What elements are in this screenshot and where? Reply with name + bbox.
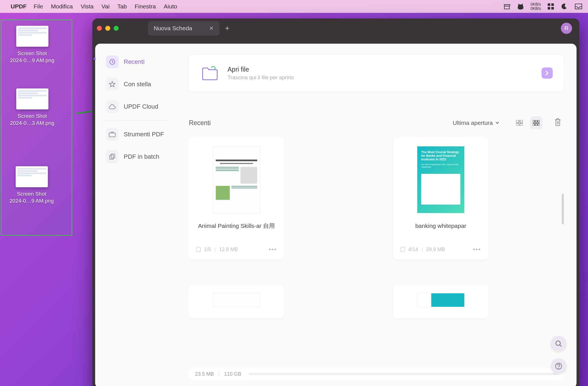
file-name-line1: Screen Shot: [17, 191, 46, 197]
storage-total: 110 GB: [224, 371, 241, 377]
desktop-file-3[interactable]: Screen Shot2024-0…9 AM.png: [1, 166, 62, 204]
grid-icon[interactable]: [548, 3, 554, 10]
tray-icon[interactable]: [575, 3, 582, 10]
svg-rect-10: [520, 120, 523, 122]
svg-rect-3: [551, 7, 554, 10]
maximize-button[interactable]: [114, 26, 119, 31]
file-card-2[interactable]: The Most Crucial Strategy for Banks and …: [393, 138, 488, 259]
divider: [219, 371, 219, 377]
menu-view[interactable]: Vista: [81, 3, 93, 10]
cloud-icon: [106, 100, 119, 113]
file-thumbnail: [16, 166, 48, 187]
sort-dropdown[interactable]: Ultima apertura: [453, 120, 499, 126]
user-avatar[interactable]: R: [561, 23, 572, 34]
grid-view-icon: [533, 120, 540, 126]
file-size: 12.8 MB: [219, 247, 238, 252]
open-file-card[interactable]: Apri file Trascina qui il file per aprir…: [189, 55, 564, 91]
file-more-button[interactable]: •••: [269, 246, 277, 253]
sidebar-item-recent[interactable]: Recenti: [102, 52, 169, 72]
menu-edit[interactable]: Modifica: [51, 3, 73, 10]
file-more-button[interactable]: •••: [473, 246, 481, 253]
menu-file[interactable]: File: [34, 3, 43, 10]
svg-rect-0: [548, 3, 550, 6]
folder-icon: [200, 63, 220, 83]
file-preview: The Most Crucial Strategy for Banks and …: [417, 146, 465, 213]
sidebar-label: Strumenti PDF: [124, 131, 164, 138]
star-icon: [106, 78, 119, 91]
sidebar-item-batch[interactable]: PDF in batch: [102, 147, 169, 167]
copy-icon: [106, 150, 119, 163]
storage-bar: 23.5 MB 110 GB: [189, 368, 564, 380]
svg-rect-11: [516, 123, 519, 126]
svg-rect-16: [533, 123, 535, 126]
sidebar-indicator-dot: [93, 58, 96, 60]
sidebar-divider: [102, 120, 169, 121]
new-tab-button[interactable]: +: [225, 24, 229, 33]
svg-rect-17: [535, 123, 537, 126]
browser-tab[interactable]: Nuova Scheda ✕: [148, 21, 219, 36]
svg-point-21: [556, 341, 560, 345]
help-icon: [555, 362, 562, 370]
svg-rect-13: [533, 120, 535, 122]
trash-icon: [554, 118, 562, 126]
storage-used: 23.5 MB: [195, 371, 214, 377]
view-list-button[interactable]: [513, 116, 526, 129]
file-name-line2: 2024-0…3 AM.png: [10, 120, 54, 126]
close-tab-icon[interactable]: ✕: [209, 25, 214, 32]
view-grid-button[interactable]: [530, 116, 543, 129]
open-file-chevron-button[interactable]: [542, 67, 553, 79]
traffic-lights: [97, 26, 119, 31]
files-section-title: Recenti: [189, 119, 211, 127]
svg-point-24: [558, 368, 559, 369]
file-thumbnail: [16, 88, 48, 109]
svg-rect-12: [520, 123, 523, 126]
svg-rect-15: [538, 120, 540, 122]
file-card-4[interactable]: [393, 285, 488, 318]
avatar-letter: R: [564, 25, 568, 32]
close-button[interactable]: [97, 26, 102, 31]
cat-icon[interactable]: [517, 3, 524, 10]
help-fab[interactable]: [551, 358, 566, 374]
files-grid: Animal Painting Skills-ar 自用 1/5 | 12.8 …: [189, 138, 564, 320]
file-name-line1: Screen Shot: [18, 50, 47, 56]
chevron-right-icon: [545, 71, 549, 76]
menu-tab[interactable]: Tab: [117, 3, 127, 10]
net-down: 0KB/s: [531, 6, 541, 11]
open-file-title: Apri file: [228, 66, 294, 73]
moon-icon[interactable]: [561, 3, 568, 10]
file-card-3[interactable]: [189, 285, 284, 318]
search-icon: [555, 340, 562, 347]
file-preview: [213, 293, 260, 307]
svg-line-22: [560, 345, 561, 347]
sidebar-item-cloud[interactable]: UPDF Cloud: [102, 97, 169, 116]
clock-icon: [106, 55, 119, 68]
itch-icon[interactable]: [503, 3, 510, 10]
sidebar-item-tools[interactable]: Strumenti PDF: [102, 125, 169, 144]
window-titlebar: Nuova Scheda ✕ + R: [92, 18, 579, 38]
file-thumbnail: [16, 26, 48, 47]
sidebar-item-starred[interactable]: Con stella: [102, 74, 169, 94]
desktop-file-2[interactable]: Screen Shot2024-0…3 AM.png: [1, 88, 63, 127]
menu-window[interactable]: Finestra: [135, 3, 156, 10]
file-size: 29.9 MB: [426, 247, 445, 252]
file-pages: 1/5: [204, 247, 211, 252]
minimize-button[interactable]: [105, 26, 110, 31]
desktop-file-1[interactable]: Screen Shot2024-0…9 AM.png: [1, 26, 63, 64]
app-name[interactable]: UPDF: [11, 3, 27, 10]
search-fab[interactable]: [551, 336, 566, 352]
menu-go[interactable]: Vai: [102, 3, 110, 10]
scroll-indicator[interactable]: [562, 194, 564, 224]
trash-button[interactable]: [554, 118, 564, 128]
svg-rect-1: [551, 3, 554, 6]
svg-rect-2: [548, 7, 550, 10]
tab-title: Nuova Scheda: [154, 25, 192, 32]
svg-rect-8: [111, 154, 115, 158]
main-panel: Apri file Trascina qui il file per aprir…: [176, 44, 577, 386]
file-preview: [213, 146, 260, 213]
file-name: banking whitepapar: [399, 222, 483, 237]
file-name-line1: Screen Shot: [18, 113, 47, 119]
file-card-1[interactable]: Animal Painting Skills-ar 自用 1/5 | 12.8 …: [189, 138, 284, 259]
chevron-down-icon: [496, 122, 499, 124]
app-window: Nuova Scheda ✕ + R Recenti Con stella: [92, 18, 579, 386]
menu-help[interactable]: Aiuto: [164, 3, 177, 10]
